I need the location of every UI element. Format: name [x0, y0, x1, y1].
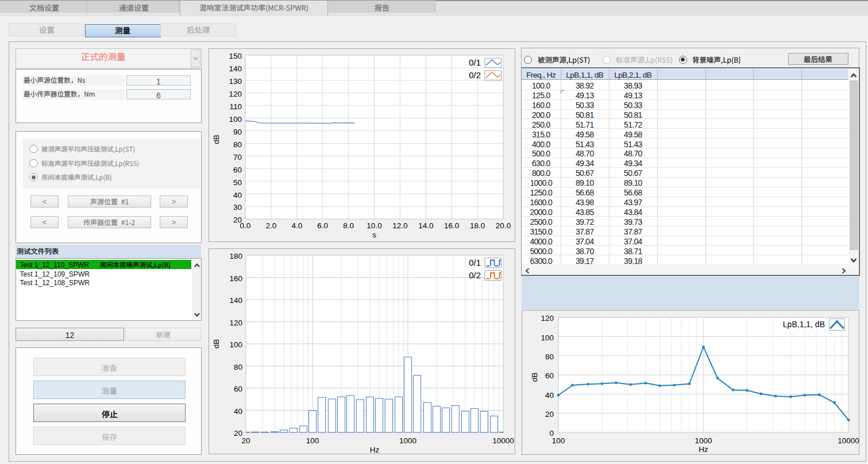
svg-text:180: 180 [229, 252, 242, 260]
svg-text:1000: 1000 [695, 436, 712, 445]
svg-text:140: 140 [229, 64, 242, 73]
svg-text:80: 80 [233, 140, 242, 149]
svg-text:140: 140 [229, 296, 242, 305]
svg-text:20.0: 20.0 [496, 221, 511, 230]
svg-text:70: 70 [233, 153, 242, 162]
svg-text:dB: dB [530, 373, 539, 382]
svg-text:2.0: 2.0 [266, 221, 277, 230]
svg-text:10.0: 10.0 [367, 221, 381, 230]
svg-text:100: 100 [552, 436, 565, 445]
svg-text:0/1: 0/1 [469, 258, 481, 267]
svg-text:20: 20 [241, 436, 250, 445]
svg-text:20: 20 [545, 410, 554, 419]
svg-text:150: 150 [229, 52, 242, 60]
svg-text:0/2: 0/2 [469, 270, 481, 280]
svg-text:6.0: 6.0 [317, 221, 328, 230]
svg-text:dB: dB [212, 135, 221, 144]
svg-text:10000: 10000 [838, 436, 859, 445]
svg-text:60: 60 [234, 385, 242, 393]
svg-text:10000: 10000 [492, 436, 514, 445]
svg-text:4.0: 4.0 [291, 221, 302, 230]
svg-text:s: s [372, 231, 376, 239]
svg-text:90: 90 [233, 128, 242, 136]
svg-text:40: 40 [545, 391, 554, 400]
svg-text:110: 110 [229, 102, 242, 111]
svg-text:130: 130 [229, 77, 242, 86]
svg-text:0.0: 0.0 [240, 221, 251, 230]
svg-text:1000: 1000 [399, 436, 416, 445]
svg-text:80: 80 [545, 352, 554, 361]
svg-text:100: 100 [541, 333, 554, 342]
svg-text:LpB,1,1, dB: LpB,1,1, dB [783, 320, 825, 329]
svg-text:40: 40 [233, 191, 242, 200]
svg-text:30: 30 [233, 203, 242, 212]
svg-text:16.0: 16.0 [444, 221, 459, 230]
svg-text:60: 60 [233, 166, 242, 174]
svg-text:Hz: Hz [699, 445, 708, 454]
svg-text:120: 120 [541, 314, 554, 323]
svg-text:12.0: 12.0 [392, 221, 407, 230]
svg-text:14.0: 14.0 [418, 221, 433, 230]
svg-text:Hz: Hz [370, 446, 380, 454]
svg-text:120: 120 [229, 319, 242, 327]
svg-text:dB: dB [212, 339, 221, 349]
svg-text:60: 60 [545, 371, 554, 380]
svg-text:80: 80 [234, 363, 242, 371]
svg-text:160: 160 [229, 274, 242, 283]
svg-text:50: 50 [233, 178, 242, 187]
svg-text:0/1: 0/1 [469, 57, 481, 67]
svg-text:100: 100 [229, 115, 242, 124]
svg-text:40: 40 [234, 407, 242, 416]
svg-text:8.0: 8.0 [343, 221, 354, 230]
svg-text:0/2: 0/2 [469, 70, 481, 80]
svg-text:100: 100 [229, 340, 242, 349]
svg-text:18.0: 18.0 [470, 221, 485, 230]
svg-text:120: 120 [229, 90, 242, 98]
svg-text:100: 100 [306, 436, 319, 445]
